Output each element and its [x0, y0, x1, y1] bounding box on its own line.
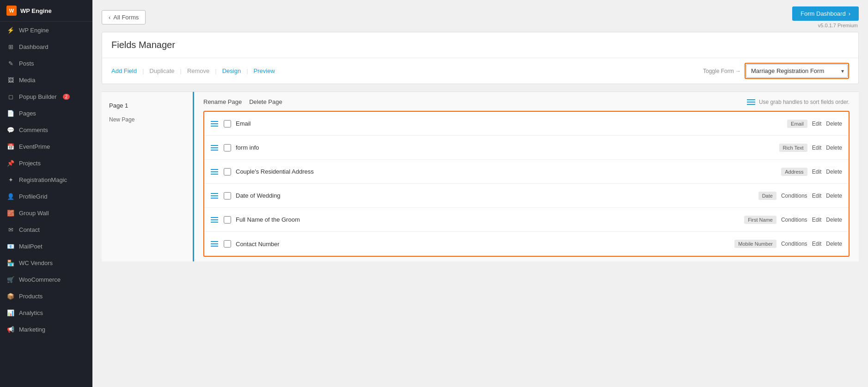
sidebar-item-woocommerce[interactable]: 🛒 WooCommerce [0, 271, 92, 288]
sidebar-item-eventprime[interactable]: 📅 EventPrime [0, 138, 92, 155]
table-row: form info Rich Text EditDelete [204, 136, 849, 160]
sidebar-label-posts: Posts [19, 60, 34, 67]
version-text: v5.0.1.7 Premium [818, 23, 859, 28]
sidebar-label-media: Media [19, 77, 35, 84]
drag-handle-5[interactable] [211, 241, 218, 247]
field-checkbox-2[interactable] [224, 168, 231, 175]
form-select-wrapper: Marriage Registration Form [745, 63, 849, 79]
delete-btn-0[interactable]: Delete [826, 121, 842, 127]
field-type-badge-5: Mobile Number [734, 240, 776, 248]
conditions-btn-5[interactable]: Conditions [781, 241, 807, 247]
sidebar-badge-popup-builder: 2 [63, 94, 70, 100]
form-select-dropdown[interactable]: Marriage Registration Form [746, 64, 848, 78]
fields-manager-title: Fields Manager [111, 40, 849, 50]
preview-button[interactable]: Preview [249, 66, 280, 76]
design-button[interactable]: Design [218, 66, 245, 76]
sidebar-label-analytics: Analytics [19, 309, 43, 316]
sidebar-label-group-wall: Group Wall [19, 210, 49, 217]
sort-hint-text: Use grab handles to sort fields order. [759, 99, 850, 105]
sidebar-item-projects[interactable]: 📌 Projects [0, 155, 92, 171]
sidebar-item-wc-vendors[interactable]: 🏪 WC Vendors [0, 254, 92, 271]
main-content: ‹ All Forms Form Dashboard › v5.0.1.7 Pr… [92, 0, 868, 387]
sidebar-item-profilegrid[interactable]: 👤 ProfileGrid [0, 188, 92, 205]
drag-handle-1[interactable] [211, 145, 218, 151]
field-name-4: Full Name of the Groom [236, 216, 737, 223]
field-type-badge-0: Email [787, 120, 807, 128]
sidebar-label-wp-engine: WP Engine [19, 27, 49, 34]
sidebar-icon-mailpoet: 📧 [6, 242, 15, 250]
sidebar-icon-wc-vendors: 🏪 [6, 259, 15, 267]
table-row: Contact Number Mobile Number ConditionsE… [204, 232, 849, 256]
sidebar-icon-posts: ✎ [6, 59, 15, 67]
sidebar-icon-projects: 📌 [6, 159, 15, 167]
toolbar-divider-4: | [246, 67, 248, 74]
sidebar-item-mailpoet[interactable]: 📧 MailPoet [0, 238, 92, 254]
delete-page-button[interactable]: Delete Page [249, 98, 282, 105]
sidebar-item-posts[interactable]: ✎ Posts [0, 55, 92, 72]
sidebar-label-pages: Pages [19, 110, 36, 117]
sidebar-item-contact[interactable]: ✉ Contact [0, 221, 92, 238]
edit-btn-5[interactable]: Edit [812, 241, 822, 247]
field-checkbox-3[interactable] [224, 192, 231, 200]
conditions-btn-3[interactable]: Conditions [781, 193, 807, 199]
sidebar-logo[interactable]: W WP Engine [0, 0, 92, 22]
drag-handle-4[interactable] [211, 217, 218, 223]
sidebar-item-popup-builder[interactable]: ◻ Popup Builder 2 [0, 88, 92, 105]
sidebar: W WP Engine ⚡ WP Engine ⊞ Dashboard ✎ Po… [0, 0, 92, 387]
sidebar-item-analytics[interactable]: 📊 Analytics [0, 304, 92, 321]
conditions-btn-4[interactable]: Conditions [781, 217, 807, 223]
sidebar-item-wp-engine[interactable]: ⚡ WP Engine [0, 22, 92, 38]
delete-btn-1[interactable]: Delete [826, 145, 842, 151]
field-actions-3: ConditionsEditDelete [781, 193, 842, 199]
sidebar-item-pages[interactable]: 📄 Pages [0, 105, 92, 121]
sidebar-icon-registrationmagic: ✦ [6, 175, 15, 184]
field-checkbox-5[interactable] [224, 240, 231, 248]
sidebar-item-comments[interactable]: 💬 Comments [0, 121, 92, 138]
field-checkbox-1[interactable] [224, 144, 231, 151]
sidebar-item-dashboard[interactable]: ⊞ Dashboard [0, 38, 92, 55]
edit-btn-1[interactable]: Edit [812, 145, 822, 151]
topbar: ‹ All Forms Form Dashboard › v5.0.1.7 Pr… [92, 0, 868, 32]
delete-btn-3[interactable]: Delete [826, 193, 842, 199]
remove-button[interactable]: Remove [183, 66, 214, 76]
drag-handle-2[interactable] [211, 169, 218, 175]
fields-manager-toolbar: Add Field | Duplicate | Remove | Design … [102, 58, 858, 84]
drag-handle-0[interactable] [211, 121, 218, 127]
sidebar-icon-contact: ✉ [6, 225, 15, 234]
sidebar-icon-comments: 💬 [6, 126, 15, 134]
sidebar-item-media[interactable]: 🖼 Media [0, 72, 92, 88]
field-actions-4: ConditionsEditDelete [781, 217, 842, 223]
all-forms-button[interactable]: ‹ All Forms [102, 10, 146, 24]
edit-btn-4[interactable]: Edit [812, 217, 822, 223]
new-page-button[interactable]: New Page [102, 113, 193, 127]
rename-page-button[interactable]: Rename Page [203, 98, 242, 105]
field-checkbox-0[interactable] [224, 120, 231, 127]
page-area: Page 1 New Page Rename Page Delete Page … [102, 91, 859, 261]
sidebar-item-registrationmagic[interactable]: ✦ RegistrationMagic [0, 171, 92, 188]
edit-btn-0[interactable]: Edit [812, 121, 822, 127]
table-row: Full Name of the Groom First Name Condit… [204, 208, 849, 232]
sidebar-icon-eventprime: 📅 [6, 142, 15, 151]
sidebar-label-mailpoet: MailPoet [19, 243, 43, 250]
edit-btn-3[interactable]: Edit [812, 193, 822, 199]
page-1-item[interactable]: Page 1 [102, 98, 193, 113]
delete-btn-5[interactable]: Delete [826, 241, 842, 247]
delete-btn-2[interactable]: Delete [826, 169, 842, 175]
delete-btn-4[interactable]: Delete [826, 217, 842, 223]
sidebar-icon-popup-builder: ◻ [6, 92, 15, 101]
sidebar-item-marketing[interactable]: 📢 Marketing [0, 321, 92, 338]
drag-handle-3[interactable] [211, 193, 218, 199]
form-dashboard-button[interactable]: Form Dashboard › [792, 6, 859, 21]
sidebar-icon-pages: 📄 [6, 109, 15, 117]
add-field-button[interactable]: Add Field [111, 66, 141, 76]
sidebar-icon-woocommerce: 🛒 [6, 275, 15, 284]
sidebar-logo-text: WP Engine [20, 7, 52, 14]
duplicate-button[interactable]: Duplicate [145, 66, 179, 76]
sidebar-icon-marketing: 📢 [6, 325, 15, 333]
sidebar-item-products[interactable]: 📦 Products [0, 288, 92, 304]
form-dashboard-arrow-icon: › [849, 10, 850, 17]
field-checkbox-4[interactable] [224, 216, 231, 224]
sidebar-item-group-wall[interactable]: 🧱 Group Wall [0, 205, 92, 221]
edit-btn-2[interactable]: Edit [812, 169, 822, 175]
field-name-2: Couple's Residential Address [236, 168, 774, 175]
